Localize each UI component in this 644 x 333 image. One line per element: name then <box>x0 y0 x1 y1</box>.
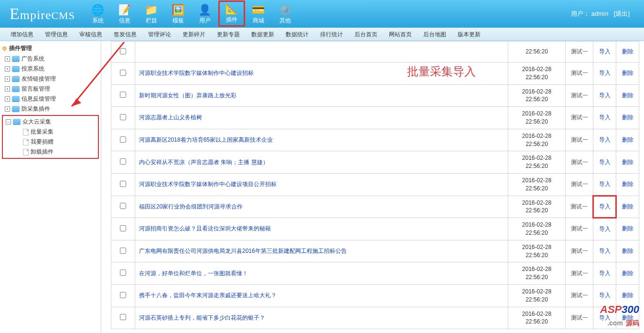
row-title-link[interactable]: 新时期河源女性（图）弃康路上放光彩 <box>139 92 236 99</box>
delete-link[interactable]: 删除 <box>622 292 633 299</box>
sidebar-node[interactable]: +投票系统 <box>2 64 99 74</box>
import-link[interactable]: 导入 <box>599 292 611 299</box>
sidebar-node[interactable]: +信息反馈管理 <box>2 94 99 104</box>
row-title-link[interactable]: 河源高新区2018着力培育65家以上国家高新技术企业 <box>139 136 273 143</box>
row-checkbox[interactable] <box>120 114 126 120</box>
import-link[interactable]: 导入 <box>599 136 611 143</box>
row-checkbox[interactable] <box>120 158 126 165</box>
subnav-item[interactable]: 更新专题 <box>211 28 246 41</box>
nav-系统[interactable]: 🌐系统 <box>85 1 111 27</box>
row-checkbox[interactable] <box>120 92 126 98</box>
sidebar-node[interactable]: +防采集插件 <box>2 104 99 114</box>
subnav-item[interactable]: 网站首页 <box>383 28 418 41</box>
row-checkbox[interactable] <box>120 203 126 209</box>
row-checkbox[interactable] <box>120 314 126 320</box>
sidebar-node[interactable]: +广告系统 <box>2 54 99 64</box>
import-link[interactable]: 导入 <box>599 181 611 187</box>
row-title-link[interactable]: 内心安祥从不荒凉（声音志愿者 朱响；主播 慧婕） <box>139 159 268 166</box>
row-checkbox[interactable] <box>120 225 126 231</box>
import-link[interactable]: 导入 <box>599 114 611 121</box>
sidebar-leaf[interactable]: 我要捐赠 <box>3 137 98 147</box>
row-title-link[interactable]: 携手十八春，盐田今年来河源走亲戚还要送上啥大礼？ <box>139 292 277 299</box>
row-title-link[interactable]: 河源招商引资怎么破？且看这位深圳大佬带来的秘籍 <box>139 225 271 232</box>
sidebar-node-label: 留言板管理 <box>21 85 50 93</box>
sidebar-leaf[interactable]: 卸载插件 <box>3 147 98 157</box>
nav-栏目[interactable]: 📁栏目 <box>138 1 165 27</box>
tester-label: 测试一 <box>571 48 588 55</box>
nav-用户[interactable]: 👤用户 <box>192 1 218 27</box>
sidebar-node-label: 众大云采集 <box>22 118 51 126</box>
row-checkbox[interactable] <box>120 270 126 276</box>
row-title-link[interactable]: 河源石英砂搭上专列，能省下多少白花花的银子？ <box>139 314 265 321</box>
subnav-item[interactable]: 管理信息 <box>39 28 74 41</box>
row-checkbox[interactable] <box>120 136 126 143</box>
subnav-item[interactable]: 管理评论 <box>142 28 177 41</box>
import-link[interactable]: 导入 <box>599 226 611 232</box>
delete-link[interactable]: 删除 <box>622 270 633 277</box>
row-checkbox[interactable] <box>120 48 126 54</box>
row-title-link[interactable]: 福田区20家行业协会组团到河源寻求合作 <box>139 203 243 210</box>
import-link[interactable]: 导入 <box>599 203 611 210</box>
delete-link[interactable]: 删除 <box>622 248 633 254</box>
sidebar-title[interactable]: ⚙ 插件管理 <box>2 43 99 54</box>
tester-label: 测试一 <box>571 181 588 187</box>
row-date: 2016-02-28 <box>522 88 551 95</box>
tester-label: 测试一 <box>571 114 588 121</box>
delete-link[interactable]: 删除 <box>622 48 633 55</box>
plus-icon[interactable]: + <box>5 76 10 82</box>
subnav-item[interactable]: 数据统计 <box>280 28 314 41</box>
subnav-item[interactable]: 更新碎片 <box>177 28 211 41</box>
sidebar-node[interactable]: +友情链接管理 <box>2 74 99 84</box>
delete-link[interactable]: 删除 <box>622 70 633 76</box>
row-title-link[interactable]: 河源志愿者上山义务植树 <box>139 114 202 121</box>
row-title-link[interactable]: 河源职业技术学院数字媒体制作中心建设招标 <box>139 70 254 76</box>
delete-link[interactable]: 删除 <box>622 92 633 99</box>
import-link[interactable]: 导入 <box>599 48 611 55</box>
import-link[interactable]: 导入 <box>599 159 611 166</box>
sidebar-leaf[interactable]: 批量采集 <box>3 127 98 137</box>
subnav-item[interactable]: 增加信息 <box>5 28 39 41</box>
subnav-item[interactable]: 审核信息 <box>74 28 108 41</box>
nav-模板[interactable]: 🖼️模板 <box>165 1 192 27</box>
import-link[interactable]: 导入 <box>599 314 611 321</box>
row-title-link[interactable]: 在河源，好单位和烂单位，一张图就看懂！ <box>139 270 248 277</box>
delete-link[interactable]: 删除 <box>622 181 633 187</box>
delete-link[interactable]: 删除 <box>622 225 633 232</box>
page-icon <box>23 129 29 135</box>
delete-link[interactable]: 删除 <box>622 159 633 166</box>
subnav-item[interactable]: 签发信息 <box>108 28 142 41</box>
subnav-item[interactable]: 排行统计 <box>314 28 349 41</box>
plus-icon[interactable]: + <box>5 106 10 112</box>
row-checkbox[interactable] <box>120 181 126 187</box>
import-link[interactable]: 导入 <box>599 92 611 99</box>
minus-icon[interactable]: − <box>6 119 11 125</box>
row-title-link[interactable]: 广东电网有限责任公司河源供电局龙川县2016年第三批新建配网工程施工招标公告 <box>139 248 347 254</box>
row-checkbox[interactable] <box>120 292 126 298</box>
row-checkbox[interactable] <box>120 70 126 76</box>
nav-插件[interactable]: 📐插件 <box>218 0 245 27</box>
import-link[interactable]: 导入 <box>599 270 611 277</box>
plus-icon[interactable]: + <box>5 56 10 62</box>
sidebar-node[interactable]: +留言板管理 <box>2 84 99 94</box>
delete-link[interactable]: 删除 <box>622 136 633 143</box>
nav-商城[interactable]: 💳商城 <box>245 1 272 27</box>
import-link[interactable]: 导入 <box>599 248 611 254</box>
sidebar-node-zhongda[interactable]: − 众大云采集 <box>3 117 98 127</box>
nav-信息[interactable]: 📝信息 <box>111 1 138 27</box>
import-link[interactable]: 导入 <box>599 70 611 76</box>
plus-icon[interactable]: + <box>5 66 10 72</box>
delete-link[interactable]: 删除 <box>622 314 633 321</box>
plus-icon[interactable]: + <box>5 96 10 102</box>
row-date: 2016-02-28 <box>522 288 551 295</box>
nav-其他[interactable]: ⚙️其他 <box>272 1 299 27</box>
subnav-item[interactable]: 版本更新 <box>452 28 486 41</box>
delete-link[interactable]: 删除 <box>622 114 633 121</box>
subnav-item[interactable]: 后台首页 <box>349 28 383 41</box>
plus-icon[interactable]: + <box>5 86 10 92</box>
delete-link[interactable]: 删除 <box>622 203 633 210</box>
row-title-link[interactable]: 河源职业技术学院数字媒体制作中心建设项目公开招标 <box>139 181 277 187</box>
row-checkbox[interactable] <box>120 248 126 254</box>
subnav-item[interactable]: 数据更新 <box>246 28 280 41</box>
logout-link[interactable]: [退出] <box>614 10 630 17</box>
subnav-item[interactable]: 后台地图 <box>418 28 452 41</box>
